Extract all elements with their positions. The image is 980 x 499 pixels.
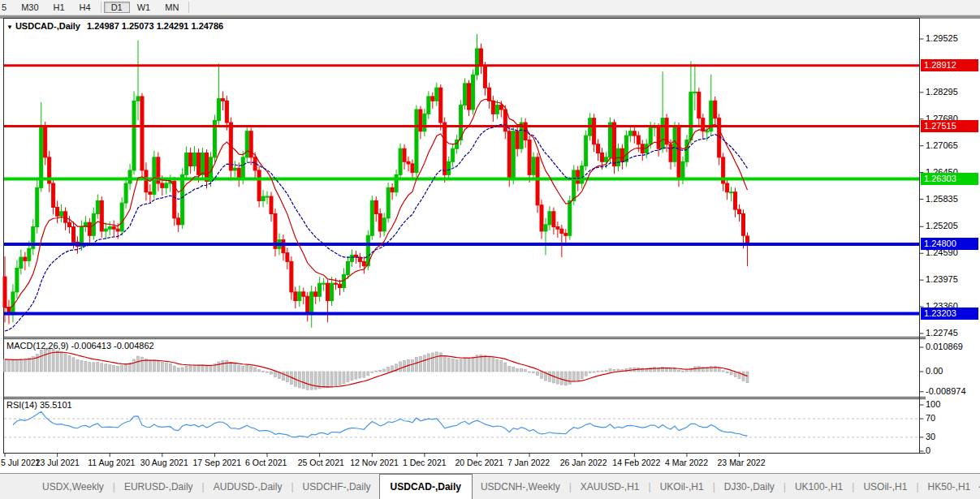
date-label: 6 Oct 2021 bbox=[245, 458, 287, 467]
tab-item-usdcnh-weekly[interactable]: USDCNH-,Weekly bbox=[473, 478, 568, 496]
mt4-window: 5M30H1H4D1W1MN ▼USDCAD-,Daily1.24987 1.2… bbox=[0, 0, 980, 499]
candles-layer bbox=[3, 34, 749, 328]
tab-item-usdcad-daily[interactable]: USDCAD-,Daily bbox=[379, 474, 473, 499]
tab-item-ukoil-h1[interactable]: UKOil-,H1 bbox=[652, 478, 712, 496]
rsi-label: RSI(14) 35.5101 bbox=[6, 400, 72, 410]
date-label: 17 Sep 2021 bbox=[192, 458, 241, 467]
tab-item-dj30-daily[interactable]: DJ30-,Daily bbox=[716, 478, 783, 496]
date-label: 5 Jul 2021 bbox=[1, 458, 40, 467]
chart-tab-bar: USDX,Weekly|EURUSD-,Daily|AUDUSD-,Daily|… bbox=[0, 473, 980, 499]
price-line-badge: 1.26303 bbox=[921, 173, 978, 185]
date-label: 14 Feb 2022 bbox=[612, 458, 660, 467]
date-label: 26 Jan 2022 bbox=[560, 458, 607, 467]
tab-item-usdx-weekly[interactable]: USDX,Weekly bbox=[34, 478, 112, 496]
date-label: 25 Oct 2021 bbox=[298, 458, 344, 467]
price-tick-label: 1.28295 bbox=[926, 87, 958, 97]
price-tick-label: 1.25835 bbox=[926, 194, 958, 204]
ohlc-values: 1.24987 1.25073 1.24291 1.24786 bbox=[87, 21, 223, 31]
date-label: 1 Dec 2021 bbox=[403, 458, 447, 467]
symbol-name: USDCAD-,Daily bbox=[15, 21, 80, 31]
tab-item-uk100-h1[interactable]: UK100-,H1 bbox=[787, 478, 851, 496]
tab-item-audusd-daily[interactable]: AUDUSD-,Daily bbox=[205, 478, 291, 496]
date-label: 23 Mar 2022 bbox=[718, 458, 766, 467]
price-line-badge: 1.23203 bbox=[921, 308, 978, 320]
symbol-dropdown-icon[interactable]: ▼ bbox=[6, 24, 13, 31]
tab-item-hk50-h1[interactable]: HK50-,H1 bbox=[920, 478, 979, 496]
price-tick-label: 1.27065 bbox=[926, 140, 958, 150]
macd-signal-layer bbox=[5, 352, 747, 387]
date-label: 11 Aug 2021 bbox=[88, 458, 135, 467]
price-line-badge: 1.27515 bbox=[921, 120, 978, 132]
date-label: 12 Nov 2021 bbox=[350, 458, 399, 467]
tab-item-xauusd-h1[interactable]: XAUUSD-,H1 bbox=[572, 478, 648, 496]
macd-tick-label: -0.008974 bbox=[926, 386, 966, 396]
price-tick-label: 1.25205 bbox=[926, 221, 958, 230]
macd-signal-line bbox=[5, 352, 747, 387]
chart-title: ▼USDCAD-,Daily1.24987 1.25073 1.24291 1.… bbox=[6, 21, 223, 31]
macd-tick-label: 0.00 bbox=[926, 366, 943, 376]
date-label: 20 Dec 2021 bbox=[455, 458, 503, 467]
price-line-badge: 1.28912 bbox=[921, 59, 978, 71]
rsi-layer bbox=[4, 411, 919, 437]
price-tick-label: 1.22745 bbox=[926, 328, 958, 338]
date-label: 30 Aug 2021 bbox=[140, 458, 188, 467]
tab-item-usdchf-daily[interactable]: USDCHF-,Daily bbox=[295, 478, 379, 496]
price-line-badge: 1.24800 bbox=[921, 238, 978, 250]
rsi-tick-label: 30 bbox=[926, 432, 935, 441]
tab-item-usoil-h1[interactable]: USOil-,H1 bbox=[855, 478, 915, 496]
rsi-tick-label: 70 bbox=[926, 413, 935, 423]
macd-tick-label: 0.010869 bbox=[926, 342, 963, 351]
macd-label: MACD(12,26,9) -0.006413 -0.004862 bbox=[6, 341, 154, 351]
rsi-tick-label: 100 bbox=[926, 399, 940, 409]
price-chart-canvas[interactable] bbox=[0, 0, 980, 499]
price-tick-label: 1.23975 bbox=[926, 274, 958, 284]
price-tick-label: 1.29525 bbox=[926, 33, 958, 43]
rsi-tick-label: 0 bbox=[926, 445, 930, 455]
date-label: 23 Jul 2021 bbox=[36, 458, 80, 467]
tab-item-eurusd-daily[interactable]: EURUSD-,Daily bbox=[116, 478, 201, 496]
date-label: 7 Jan 2022 bbox=[507, 458, 550, 467]
date-label: 4 Mar 2022 bbox=[665, 458, 708, 467]
